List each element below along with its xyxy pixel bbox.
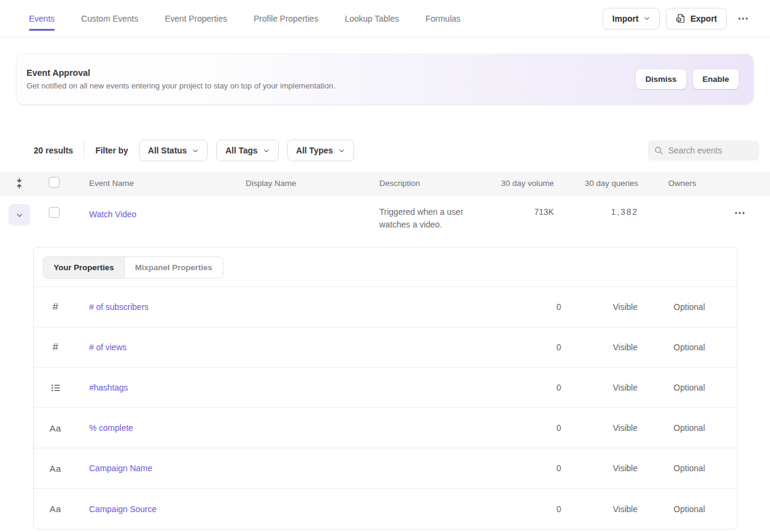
search-box: [648, 140, 759, 161]
import-label: Import: [612, 14, 639, 23]
enable-button[interactable]: Enable: [693, 69, 739, 89]
queries-cell: 1,382: [554, 204, 638, 217]
text-type-icon: Aa: [34, 463, 77, 474]
status-filter-label: All Status: [148, 146, 187, 155]
property-visibility: Visible: [561, 302, 638, 312]
import-button[interactable]: Import: [603, 8, 660, 29]
property-row: # # of views 0 Visible Optional: [34, 327, 737, 368]
property-row: Aa Campaign Name 0 Visible Optional: [34, 448, 737, 489]
property-requirement: Optional: [638, 302, 737, 312]
tab-mixpanel-properties[interactable]: Mixpanel Properties: [125, 257, 222, 278]
results-count: 20 results: [34, 146, 73, 155]
property-queries: 0: [417, 504, 561, 514]
collapse-all-icon[interactable]: [0, 178, 39, 189]
chevron-down-icon: [16, 211, 23, 219]
banner-description: Get notified on all new events entering …: [26, 81, 335, 90]
property-name-cell: Campaign Source: [77, 504, 417, 514]
row-checkbox[interactable]: [49, 207, 60, 218]
tags-filter-dropdown[interactable]: All Tags: [216, 140, 278, 161]
nav-tabs: Events Custom Events Event Properties Pr…: [29, 0, 461, 37]
property-name-link[interactable]: # of views: [89, 342, 126, 352]
events-table: Event Name Display Name Description 30 d…: [0, 172, 770, 239]
event-approval-banner: Event Approval Get notified on all new e…: [17, 54, 753, 104]
property-requirement: Optional: [638, 463, 737, 473]
property-requirement: Optional: [638, 423, 737, 433]
description-cell: Triggered when a user watches a video.: [379, 206, 494, 231]
svg-text:csv: csv: [677, 19, 681, 21]
header-volume: 30 day volume: [494, 179, 554, 188]
filter-bar: 20 results Filter by All Status All Tags…: [34, 140, 759, 161]
header-owners: Owners: [638, 179, 710, 188]
queries-value: 1,382: [554, 207, 638, 217]
tab-event-properties[interactable]: Event Properties: [165, 0, 228, 37]
chevron-down-icon: [644, 15, 650, 22]
tab-lookup-tables[interactable]: Lookup Tables: [345, 0, 399, 37]
banner-text: Event Approval Get notified on all new e…: [26, 68, 335, 90]
search-input[interactable]: [668, 146, 753, 155]
banner-actions: Dismiss Enable: [636, 69, 739, 89]
export-label: Export: [691, 14, 717, 23]
properties-tabs: Your Properties Mixpanel Properties: [34, 247, 737, 287]
property-name-cell: % complete: [77, 423, 417, 433]
volume-value: 713K: [494, 207, 554, 217]
types-filter-dropdown[interactable]: All Types: [287, 140, 354, 161]
chevron-down-icon: [192, 147, 199, 154]
more-options-icon[interactable]: ⋯: [733, 8, 754, 29]
event-name-cell: Watch Video: [89, 204, 246, 219]
properties-tab-control: Your Properties Mixpanel Properties: [43, 256, 223, 279]
event-name-link[interactable]: Watch Video: [89, 209, 137, 219]
property-requirement: Optional: [638, 504, 737, 514]
property-name-link[interactable]: % complete: [89, 423, 133, 433]
property-row: # # of subscribers 0 Visible Optional: [34, 287, 737, 327]
property-visibility: Visible: [561, 342, 638, 352]
property-queries: 0: [417, 463, 561, 473]
property-name-link[interactable]: # of subscribers: [89, 302, 149, 312]
chevron-down-icon: [338, 147, 345, 154]
property-name-cell: # of subscribers: [77, 302, 417, 312]
property-requirement: Optional: [638, 342, 737, 352]
tab-your-properties[interactable]: Your Properties: [43, 257, 125, 278]
tab-events[interactable]: Events: [29, 0, 55, 37]
status-filter-dropdown[interactable]: All Status: [139, 140, 208, 161]
property-queries: 0: [417, 302, 561, 312]
volume-cell: 713K: [494, 204, 554, 217]
top-nav: Events Custom Events Event Properties Pr…: [0, 0, 770, 37]
property-visibility: Visible: [561, 504, 638, 514]
number-type-icon: #: [34, 341, 77, 353]
select-all-checkbox[interactable]: [49, 177, 60, 188]
banner-title: Event Approval: [26, 68, 335, 78]
export-button[interactable]: csv Export: [666, 8, 727, 29]
header-display-name: Display Name: [246, 179, 379, 188]
dismiss-button[interactable]: Dismiss: [636, 69, 686, 89]
collapse-row-button[interactable]: [8, 204, 30, 226]
select-all-cell: [39, 177, 89, 190]
property-name-link[interactable]: Campaign Source: [89, 504, 157, 514]
tab-custom-events[interactable]: Custom Events: [81, 0, 138, 37]
property-row: #hashtags 0 Visible Optional: [34, 368, 737, 408]
tab-profile-properties[interactable]: Profile Properties: [253, 0, 318, 37]
nav-actions: Import csv Export ⋯: [603, 0, 754, 37]
header-description: Description: [379, 179, 494, 188]
property-visibility: Visible: [561, 383, 638, 392]
tab-formulas[interactable]: Formulas: [426, 0, 461, 37]
text-type-icon: Aa: [34, 423, 77, 433]
property-name-link[interactable]: #hashtags: [89, 383, 128, 392]
header-event-name: Event Name: [89, 179, 246, 188]
property-name-cell: #hashtags: [77, 383, 417, 392]
property-row: Aa Campaign Source 0 Visible Optional: [34, 489, 737, 529]
row-more-options-icon[interactable]: ⋯: [730, 204, 751, 222]
property-name-link[interactable]: Campaign Name: [89, 463, 152, 473]
tags-filter-label: All Tags: [225, 146, 257, 155]
property-name-cell: # of views: [77, 342, 417, 352]
property-visibility: Visible: [561, 423, 638, 433]
number-type-icon: #: [34, 301, 77, 313]
property-name-cell: Campaign Name: [77, 463, 417, 473]
property-queries: 0: [417, 383, 561, 392]
expander-cell: [0, 204, 39, 226]
expanded-properties-panel: Your Properties Mixpanel Properties # # …: [33, 247, 737, 530]
property-visibility: Visible: [561, 463, 638, 473]
filter-by-label: Filter by: [95, 146, 128, 155]
divider: [84, 142, 84, 159]
chevron-down-icon: [263, 147, 270, 154]
row-actions-cell: ⋯: [710, 204, 770, 222]
